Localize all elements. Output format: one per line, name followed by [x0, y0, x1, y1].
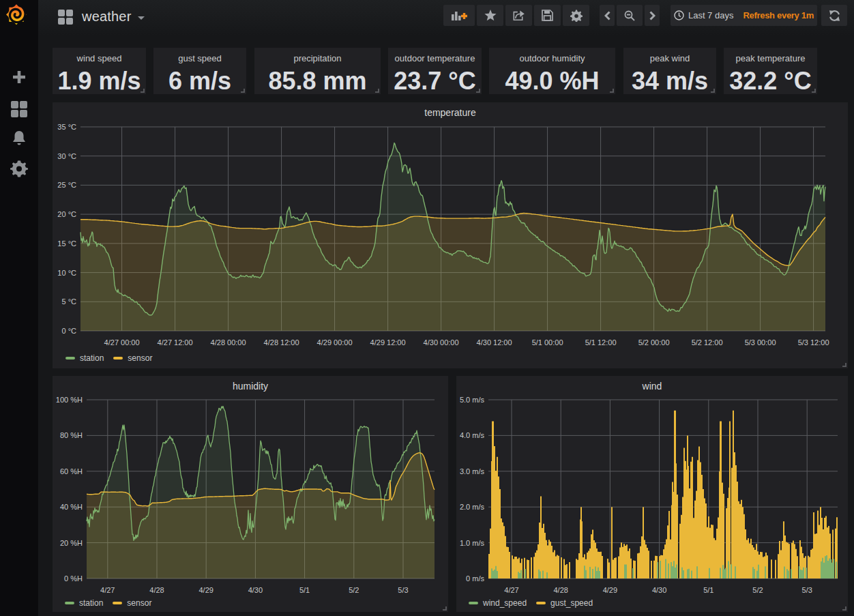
- svg-text:4/28: 4/28: [149, 586, 164, 594]
- svg-text:4/27: 4/27: [100, 586, 115, 594]
- svg-text:4/29 00:00: 4/29 00:00: [317, 338, 353, 347]
- svg-text:5/1: 5/1: [703, 586, 713, 594]
- svg-text:20 %H: 20 %H: [60, 539, 83, 547]
- svg-text:1.0 m/s: 1.0 m/s: [460, 539, 485, 547]
- svg-text:5/3 00:00: 5/3 00:00: [745, 338, 776, 347]
- svg-text:5 °C: 5 °C: [61, 297, 76, 306]
- svg-text:3.0 m/s: 3.0 m/s: [460, 467, 485, 475]
- svg-text:15 °C: 15 °C: [57, 239, 76, 248]
- svg-text:5/3: 5/3: [398, 586, 408, 594]
- svg-text:4/29 12:00: 4/29 12:00: [370, 338, 406, 347]
- svg-text:5/1 12:00: 5/1 12:00: [585, 338, 617, 347]
- svg-text:4/28: 4/28: [553, 586, 568, 594]
- svg-text:4/27: 4/27: [504, 586, 518, 594]
- svg-text:5/1: 5/1: [299, 586, 310, 594]
- svg-text:5/2: 5/2: [349, 586, 359, 594]
- svg-text:25 °C: 25 °C: [57, 181, 76, 189]
- svg-text:4/27 12:00: 4/27 12:00: [158, 338, 193, 347]
- svg-text:4/30: 4/30: [248, 586, 263, 594]
- svg-text:4/27 00:00: 4/27 00:00: [104, 338, 140, 347]
- svg-text:35 °C: 35 °C: [57, 123, 76, 131]
- svg-text:4/30 12:00: 4/30 12:00: [477, 338, 512, 347]
- svg-text:5/3 12:00: 5/3 12:00: [798, 338, 829, 347]
- svg-text:0 %H: 0 %H: [64, 574, 83, 583]
- svg-text:4/28 12:00: 4/28 12:00: [264, 338, 299, 347]
- svg-text:4.0 m/s: 4.0 m/s: [460, 431, 485, 439]
- svg-text:5/1 00:00: 5/1 00:00: [532, 338, 563, 347]
- svg-text:5/2 12:00: 5/2 12:00: [692, 338, 723, 347]
- svg-text:10 °C: 10 °C: [57, 269, 76, 277]
- svg-text:4/29: 4/29: [603, 586, 617, 594]
- svg-text:5.0 m/s: 5.0 m/s: [460, 396, 485, 404]
- svg-text:0 m/s: 0 m/s: [466, 574, 484, 583]
- svg-text:60 %H: 60 %H: [60, 467, 83, 475]
- svg-text:5/2 00:00: 5/2 00:00: [638, 338, 670, 347]
- svg-text:80 %H: 80 %H: [60, 431, 83, 439]
- svg-text:4/30: 4/30: [652, 586, 666, 594]
- svg-text:100 %H: 100 %H: [56, 396, 83, 404]
- svg-text:5/3: 5/3: [802, 586, 812, 594]
- svg-text:4/30 00:00: 4/30 00:00: [424, 338, 459, 347]
- svg-text:4/28 00:00: 4/28 00:00: [211, 338, 246, 347]
- svg-text:0 °C: 0 °C: [61, 327, 76, 335]
- svg-text:40 %H: 40 %H: [60, 503, 83, 511]
- svg-text:20 °C: 20 °C: [57, 210, 76, 218]
- svg-text:30 °C: 30 °C: [57, 152, 76, 160]
- svg-text:2.0 m/s: 2.0 m/s: [460, 503, 485, 511]
- svg-text:5/2: 5/2: [752, 586, 763, 594]
- svg-text:4/29: 4/29: [198, 586, 213, 594]
